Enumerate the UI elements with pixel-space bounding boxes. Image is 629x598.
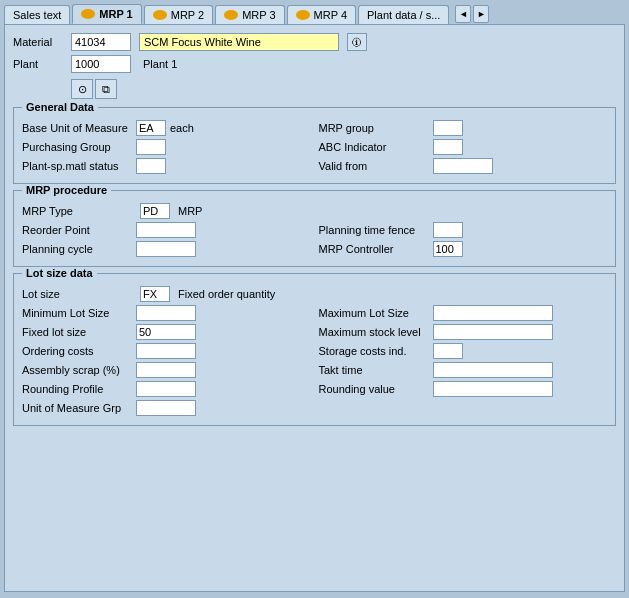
- max-lot-size-input[interactable]: [433, 305, 553, 321]
- tab-mrp2[interactable]: MRP 2: [144, 5, 213, 24]
- uom-grp-label: Unit of Measure Grp: [22, 402, 132, 414]
- material-label: Material: [13, 36, 63, 48]
- lot-size-input[interactable]: [140, 286, 170, 302]
- plant-matl-status-row: Plant-sp.matl status: [22, 158, 311, 174]
- lot-size-text: Fixed order quantity: [178, 288, 275, 300]
- general-data-section: General Data Base Unit of Measure each M…: [13, 107, 616, 184]
- min-lot-size-label: Minimum Lot Size: [22, 307, 132, 319]
- tab-mrp3[interactable]: MRP 3: [215, 5, 284, 24]
- purchasing-group-input[interactable]: [136, 139, 166, 155]
- mrp-procedure-title: MRP procedure: [22, 184, 111, 196]
- mrp-controller-input[interactable]: [433, 241, 463, 257]
- material-input[interactable]: [71, 33, 131, 51]
- fixed-lot-size-input[interactable]: [136, 324, 196, 340]
- abc-indicator-input[interactable]: [433, 139, 463, 155]
- tab-mrp2-label: MRP 2: [171, 9, 204, 21]
- planning-cycle-row: Planning cycle: [22, 241, 311, 257]
- material-info-button[interactable]: 🛈: [347, 33, 367, 51]
- ordering-costs-input[interactable]: [136, 343, 196, 359]
- planning-cycle-label: Planning cycle: [22, 243, 132, 255]
- match-icon: ⊙: [78, 83, 87, 96]
- valid-from-label: Valid from: [319, 160, 429, 172]
- rounding-value-row: Rounding value: [319, 381, 608, 397]
- ordering-costs-label: Ordering costs: [22, 345, 132, 357]
- base-uom-input[interactable]: [136, 120, 166, 136]
- storage-costs-input[interactable]: [433, 343, 463, 359]
- plant-matl-status-label: Plant-sp.matl status: [22, 160, 132, 172]
- tab-mrp1-icon: [81, 9, 95, 19]
- plant-matl-status-input[interactable]: [136, 158, 166, 174]
- mrp-procedure-section: MRP procedure MRP Type MRP Reorder Point…: [13, 190, 616, 267]
- assembly-scrap-input[interactable]: [136, 362, 196, 378]
- tab-mrp3-icon: [224, 10, 238, 20]
- plant-input[interactable]: [71, 55, 131, 73]
- main-content: Material SCM Focus White Wine 🛈 Plant Pl…: [4, 24, 625, 592]
- assembly-scrap-label: Assembly scrap (%): [22, 364, 132, 376]
- max-stock-level-input[interactable]: [433, 324, 553, 340]
- takt-time-input[interactable]: [433, 362, 553, 378]
- fixed-lot-size-row: Fixed lot size: [22, 324, 311, 340]
- mrp-controller-label: MRP Controller: [319, 243, 429, 255]
- uom-grp-input[interactable]: [136, 400, 196, 416]
- tab-mrp4-label: MRP 4: [314, 9, 347, 21]
- takt-time-row: Takt time: [319, 362, 608, 378]
- tab-mrp1-label: MRP 1: [99, 8, 132, 20]
- lot-size-title: Lot size data: [22, 267, 97, 279]
- rounding-profile-input[interactable]: [136, 381, 196, 397]
- planning-time-fence-label: Planning time fence: [319, 224, 429, 236]
- plant-label: Plant: [13, 58, 63, 70]
- material-name-display: SCM Focus White Wine: [139, 33, 339, 51]
- max-lot-size-row: Maximum Lot Size: [319, 305, 608, 321]
- reorder-point-row: Reorder Point: [22, 222, 311, 238]
- match-button[interactable]: ⊙: [71, 79, 93, 99]
- tab-mrp1[interactable]: MRP 1: [72, 4, 141, 24]
- fixed-lot-size-label: Fixed lot size: [22, 326, 132, 338]
- tab-nav-buttons: ◄ ►: [455, 5, 489, 23]
- tab-bar: Sales text MRP 1 MRP 2 MRP 3 MRP 4 Plant…: [0, 0, 629, 24]
- mrp-type-input[interactable]: [140, 203, 170, 219]
- tab-sales-text[interactable]: Sales text: [4, 5, 70, 24]
- mrp-type-row: MRP Type MRP: [22, 203, 607, 219]
- planning-time-fence-input[interactable]: [433, 222, 463, 238]
- action-buttons-row: ⊙ ⧉: [71, 79, 616, 99]
- base-uom-text: each: [170, 122, 194, 134]
- copy-button[interactable]: ⧉: [95, 79, 117, 99]
- rounding-value-input[interactable]: [433, 381, 553, 397]
- general-data-title: General Data: [22, 101, 98, 113]
- planning-time-fence-row: Planning time fence: [319, 222, 608, 238]
- mrp-type-label: MRP Type: [22, 205, 132, 217]
- mrp-group-input[interactable]: [433, 120, 463, 136]
- tab-mrp3-label: MRP 3: [242, 9, 275, 21]
- rounding-profile-label: Rounding Profile: [22, 383, 132, 395]
- abc-indicator-label: ABC Indicator: [319, 141, 429, 153]
- assembly-scrap-row: Assembly scrap (%): [22, 362, 311, 378]
- rounding-profile-row: Rounding Profile: [22, 381, 311, 397]
- purchasing-group-label: Purchasing Group: [22, 141, 132, 153]
- plant-row: Plant Plant 1: [13, 55, 616, 73]
- plant-name-display: Plant 1: [143, 58, 177, 70]
- lot-size-row: Lot size Fixed order quantity: [22, 286, 607, 302]
- takt-time-label: Takt time: [319, 364, 429, 376]
- max-stock-level-label: Maximum stock level: [319, 326, 429, 338]
- tab-mrp2-icon: [153, 10, 167, 20]
- tab-plant-data-label: Plant data / s...: [367, 9, 440, 21]
- base-uom-row: Base Unit of Measure each: [22, 120, 311, 136]
- min-lot-size-input[interactable]: [136, 305, 196, 321]
- tab-plant-data[interactable]: Plant data / s...: [358, 5, 449, 24]
- storage-costs-label: Storage costs ind.: [319, 345, 429, 357]
- reorder-point-label: Reorder Point: [22, 224, 132, 236]
- reorder-point-input[interactable]: [136, 222, 196, 238]
- tab-sales-text-label: Sales text: [13, 9, 61, 21]
- abc-indicator-row: ABC Indicator: [319, 139, 608, 155]
- purchasing-group-row: Purchasing Group: [22, 139, 311, 155]
- material-info-icon: 🛈: [352, 37, 362, 48]
- tab-prev-button[interactable]: ◄: [455, 5, 471, 23]
- tab-mrp4[interactable]: MRP 4: [287, 5, 356, 24]
- lot-size-label: Lot size: [22, 288, 132, 300]
- valid-from-row: Valid from: [319, 158, 608, 174]
- planning-cycle-input[interactable]: [136, 241, 196, 257]
- valid-from-input[interactable]: [433, 158, 493, 174]
- lot-size-section: Lot size data Lot size Fixed order quant…: [13, 273, 616, 426]
- tab-next-icon: ►: [477, 9, 486, 19]
- tab-next-button[interactable]: ►: [473, 5, 489, 23]
